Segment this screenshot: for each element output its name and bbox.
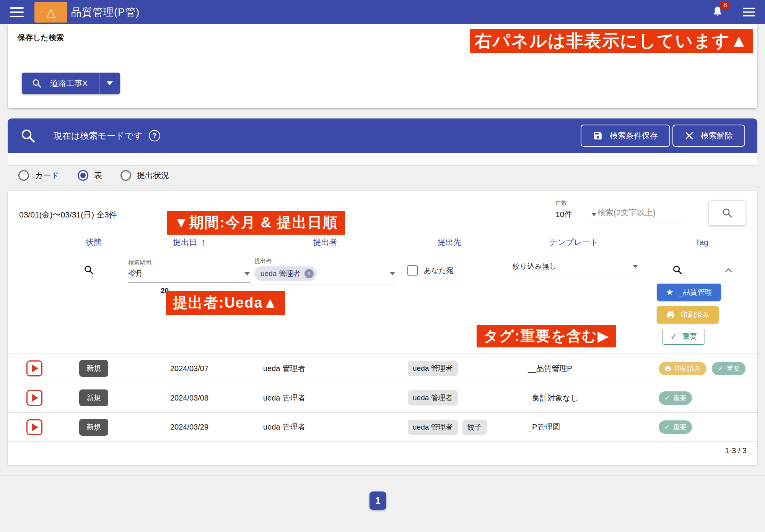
check-icon: ✓ [718,365,723,373]
search-icon [20,128,36,144]
column-header-template[interactable]: テンプレート [501,236,646,248]
view-option-label: 表 [94,170,102,181]
play-icon [32,423,38,431]
submitter-chip-label: ueda 管理者 [260,269,301,279]
submitter-filter-select[interactable]: 提出者 ueda 管理者 × [254,258,395,284]
open-item-button[interactable] [26,390,42,406]
column-header-status[interactable]: 状態 [61,236,126,248]
tag-chip-printed[interactable]: 印刷済み [657,306,719,323]
caret-down-icon [244,272,250,276]
table-row: 新規 2024/03/07 ueda 管理者 ueda 管理者 __品質管理P … [8,354,757,383]
destination-chip: ueda 管理者 [408,420,458,435]
menu-icon[interactable] [10,7,24,17]
template-filter-select[interactable]: 絞り込み無し [513,261,638,276]
destination-filter-checkbox-row[interactable]: あなた宛 [407,265,453,276]
clear-search-button[interactable]: 検索解除 [672,125,745,147]
printer-icon [664,365,671,372]
radio-selected-icon[interactable] [78,170,88,181]
view-option-submission-status[interactable]: 提出状況 [120,170,169,181]
date-range-summary: 03/01(金)〜03/31(日) 全3件 [19,209,117,220]
checkbox-icon[interactable] [407,265,418,276]
saved-search-button-main[interactable]: 道路工事X [22,73,99,94]
view-option-table[interactable]: 表 [78,170,102,181]
radio-icon[interactable] [120,170,131,181]
column-header-submit-date[interactable]: 提出日 ↑ [126,236,252,248]
tag-chip-important[interactable]: ✓ 重要 [662,329,705,345]
column-header-tag[interactable]: Tag [646,236,757,248]
submit-date: 2024/03/29 [170,423,208,431]
view-option-label: カード [35,170,59,181]
table-body: 新規 2024/03/07 ueda 管理者 ueda 管理者 __品質管理P … [8,354,757,442]
submit-date: 2024/03/08 [170,394,208,402]
per-page-value: 10件 [555,209,572,220]
template-filter-value: 絞り込み無し [513,261,557,271]
destination-chip: ueda 管理者 [408,390,458,405]
period-filter-label: 検索期間 [128,259,250,266]
check-icon: ✓ [664,394,670,402]
pagination-page-1-button[interactable]: 1 [369,491,386,510]
radio-icon[interactable] [18,170,29,181]
tag-chip-label: 重要 [682,332,697,342]
sort-ascending-icon: ↑ [201,236,206,248]
table-row: 新規 2024/03/08 ueda 管理者 ueda 管理者 _集計対象なし … [8,383,757,412]
search-icon [721,207,733,219]
printer-icon [666,310,675,320]
submitter: ueda 管理者 [263,363,305,374]
tag-filter-search-button[interactable] [672,264,683,275]
annotation-period: ▼期間:今月 & 提出日順 [167,211,345,235]
table-row: 新規 2024/03/29 ueda 管理者 ueda 管理者 餃子 _P管理図… [8,412,757,442]
open-item-button[interactable] [26,360,42,376]
destination-chip: 餃子 [462,420,487,435]
app-header: △ 品質管理(P管) 8 [0,0,765,24]
caret-down-icon [107,81,113,85]
tag-chip-quality[interactable]: ★ _品質管理 [657,284,721,301]
result-range-text: 1-3 / 3 [725,446,747,455]
annotation-tag: タグ:重要を含む▶ [477,325,616,347]
saved-search-button[interactable]: 道路工事X [22,73,120,94]
view-option-card[interactable]: カード [18,170,59,181]
overflow-menu-icon[interactable] [743,8,755,16]
status-filter-search-button[interactable] [83,264,94,275]
submit-date: 2024/03/07 [170,364,208,373]
play-icon [32,394,38,402]
period-filter-select[interactable]: 検索期間 今月 [128,259,250,283]
saved-search-label: 道路工事X [50,78,88,89]
notifications-button[interactable]: 8 [711,5,724,19]
results-card: 03/01(金)〜03/31(日) 全3件 件数 10件 状態 提出日 ↑ 提出… [8,191,757,465]
view-switcher: カード 表 提出状況 [18,170,169,181]
chevron-up-icon[interactable] [725,268,732,275]
save-search-conditions-button[interactable]: 検索条件保存 [581,125,670,147]
search-bar-footer [8,153,757,165]
status-badge: 新規 [79,419,108,436]
period-filter-value: 今月 [128,269,143,279]
row-tag-printed: 印刷済み [659,362,706,375]
row-tag-label: 重要 [673,423,686,431]
search-mode-bar: 現在は検索モードです ? 検索条件保存 検索解除 [8,118,757,153]
search-icon [672,264,683,275]
open-item-button[interactable] [26,419,42,435]
destination-checkbox-label: あなた宛 [424,266,453,276]
view-option-label: 提出状況 [137,170,169,181]
row-tag-label: 重要 [727,364,740,373]
triangle-logo-icon: △ [46,5,55,19]
row-tag-important: ✓ 重要 [712,362,745,375]
tag-chip-label: _品質管理 [679,287,712,297]
check-icon: ✓ [664,423,670,431]
row-tag-important: ✓ 重要 [659,391,692,405]
status-badge: 新規 [79,389,108,406]
search-icon [83,264,94,275]
annotation-right-panel: 右パネルは非表示にしています▲ [470,29,753,53]
submitter: ueda 管理者 [263,422,305,432]
column-header-destination[interactable]: 提出先 [398,236,501,248]
keyword-search-input[interactable] [589,205,683,222]
column-header-submitter[interactable]: 提出者 [252,236,398,248]
keyword-search-button[interactable] [708,200,746,225]
remove-chip-icon[interactable]: × [304,269,314,278]
saved-search-dropdown-button[interactable] [99,73,120,94]
submitter-filter-chip: ueda 管理者 × [254,266,317,281]
help-icon[interactable]: ? [149,130,160,141]
close-icon [685,131,694,140]
filter-row: 検索期間 今月 20 提出者 ueda 管理者 × [8,256,757,354]
annotation-submitter: 提出者:Ueda▲ [166,291,285,315]
row-tag-label: 印刷済み [675,364,701,373]
